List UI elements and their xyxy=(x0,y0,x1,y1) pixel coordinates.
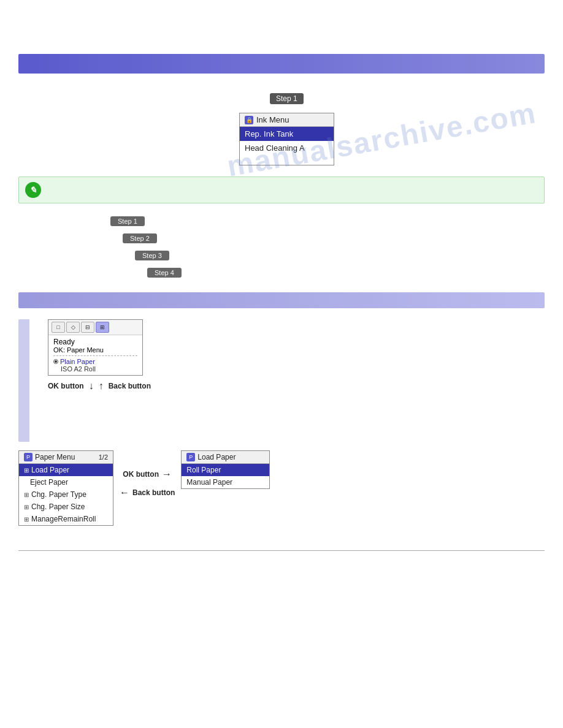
steps-section: Step 1 Step 2 Step 3 Step 4 xyxy=(110,216,563,281)
ink-menu-label: Ink Menu xyxy=(256,115,289,124)
ink-menu-container: 🔒 Ink Menu Rep. Ink Tank Head Cleaning A xyxy=(239,113,334,165)
step-label-1: Step 1 xyxy=(270,93,304,104)
load-paper-item-roll[interactable]: Roll Paper xyxy=(182,464,269,476)
paper-menu-item-chg-size[interactable]: ⊞ Chg. Paper Size xyxy=(19,501,113,513)
load-paper-title-bar: P Load Paper xyxy=(182,451,269,464)
arrow-up-icon: ↑ xyxy=(99,381,104,392)
back-button-row: ← Back button xyxy=(120,487,175,498)
lcd-icon-grid[interactable]: ⊟ xyxy=(81,322,94,333)
load-paper-item-manual[interactable]: Manual Paper xyxy=(182,476,269,488)
ink-menu-item-cleaning[interactable]: Head Cleaning A xyxy=(240,141,334,155)
back-button-label[interactable]: Back button xyxy=(109,382,151,390)
section-banner xyxy=(18,292,545,308)
load-paper-panel-icon: P xyxy=(186,453,195,461)
lcd-icons-row: □ ◇ ⊟ ⊞ xyxy=(48,320,142,335)
load-paper-icon: ⊞ xyxy=(24,467,29,474)
back-btn-label-2[interactable]: Back button xyxy=(132,488,175,497)
ok-back-col: OK button → ← Back button xyxy=(113,469,181,498)
radio-dot xyxy=(53,359,58,364)
note-icon: ✎ xyxy=(25,182,41,198)
ink-icon: 🔒 xyxy=(245,116,253,124)
chg-size-label: Chg. Paper Size xyxy=(31,502,85,511)
manage-label: ManageRemainRoll xyxy=(31,515,96,523)
lcd-panel: □ ◇ ⊟ ⊞ Ready OK: Paper Menu Plain Paper… xyxy=(48,319,143,376)
ink-menu-title: 🔒 Ink Menu xyxy=(240,113,334,127)
manage-icon: ⊞ xyxy=(24,516,29,523)
lcd-icon-settings[interactable]: ⊞ xyxy=(96,322,109,333)
ink-menu-item-blank1 xyxy=(240,155,334,160)
paper-menu-item-manage[interactable]: ⊞ ManageRemainRoll xyxy=(19,513,113,525)
paper-menu-item-chg-type[interactable]: ⊞ Chg. Paper Type xyxy=(19,488,113,501)
chg-size-icon: ⊞ xyxy=(24,504,29,510)
eject-paper-label: Eject Paper xyxy=(30,478,68,487)
load-paper-panel: P Load Paper Roll Paper Manual Paper xyxy=(181,450,270,489)
lcd-paper-info: Plain Paper xyxy=(53,358,137,365)
paper-menu-page: 1/2 xyxy=(99,453,108,461)
note-box: ✎ xyxy=(18,176,545,203)
paper-menu-icon: P xyxy=(24,453,33,461)
lcd-content: Ready OK: Paper Menu Plain Paper ISO A2 … xyxy=(48,335,142,375)
ok-button-label[interactable]: OK button xyxy=(48,382,84,390)
lcd-icon-ink[interactable]: ◇ xyxy=(66,322,80,333)
chg-type-label: Chg. Paper Type xyxy=(31,490,86,499)
lcd-ready-text: Ready xyxy=(53,338,137,346)
bottom-menus-row: P Paper Menu 1/2 ⊞ Load Paper Eject Pape… xyxy=(18,450,563,526)
lcd-icon-paper[interactable]: □ xyxy=(52,322,65,333)
arrow-right-icon: → xyxy=(162,469,172,480)
step-pill-1: Step 1 xyxy=(110,216,145,226)
arrow-down-icon: ↓ xyxy=(89,381,94,392)
ink-menu-item-blank2 xyxy=(240,160,334,165)
top-banner xyxy=(18,54,545,74)
paper-menu-title: Paper Menu xyxy=(35,453,75,461)
paper-menu-item-load[interactable]: ⊞ Load Paper xyxy=(19,464,113,476)
ink-menu: 🔒 Ink Menu Rep. Ink Tank Head Cleaning A xyxy=(239,113,334,165)
step-pill-2: Step 2 xyxy=(123,233,157,243)
roll-paper-label: Roll Paper xyxy=(186,466,221,474)
lcd-paper-size: ISO A2 Roll xyxy=(53,365,137,373)
load-paper-label: Load Paper xyxy=(31,466,69,474)
ink-menu-item-rep[interactable]: Rep. Ink Tank xyxy=(240,127,334,141)
load-paper-panel-title: Load Paper xyxy=(197,453,236,461)
side-tab xyxy=(18,319,29,442)
paper-menu-panel: P Paper Menu 1/2 ⊞ Load Paper Eject Pape… xyxy=(18,450,113,526)
bottom-rule xyxy=(18,550,545,551)
paper-menu-item-eject[interactable]: Eject Paper xyxy=(19,476,113,488)
ok-button-row: OK button → xyxy=(123,469,172,480)
nav-buttons-row: OK button ↓ ↑ Back button xyxy=(48,381,545,392)
lcd-ok-text: OK: Paper Menu xyxy=(53,346,137,356)
paper-menu-title-bar: P Paper Menu 1/2 xyxy=(19,451,113,464)
ok-btn-label-2[interactable]: OK button xyxy=(123,470,159,479)
step-pill-4: Step 4 xyxy=(147,268,182,278)
manual-paper-label: Manual Paper xyxy=(186,478,232,487)
arrow-left-icon: ← xyxy=(120,487,129,498)
chg-type-icon: ⊞ xyxy=(24,491,29,498)
step-pill-3: Step 3 xyxy=(135,251,169,260)
lcd-paper-name: Plain Paper xyxy=(60,358,95,365)
